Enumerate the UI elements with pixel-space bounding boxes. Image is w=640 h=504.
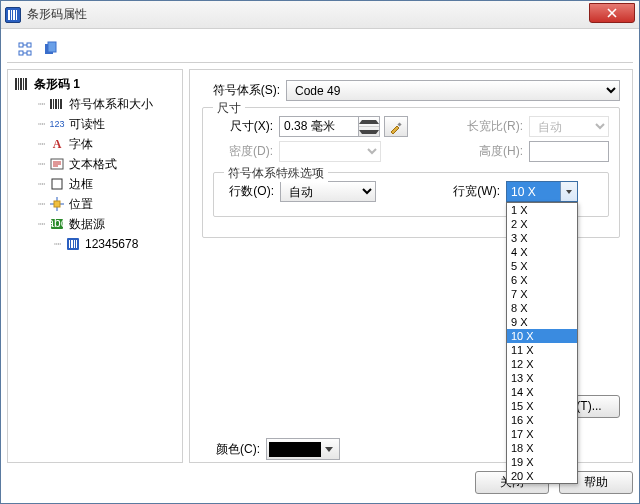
rowwidth-option[interactable]: 20 X <box>507 469 577 483</box>
rowwidth-option[interactable]: 13 X <box>507 371 577 385</box>
tree-data-value: 12345678 <box>85 237 138 251</box>
special-group: 符号体系特殊选项 行数(O): 自动 行宽(W): 10 X <box>213 172 609 217</box>
svg-rect-9 <box>27 51 31 55</box>
svg-rect-0 <box>8 10 10 20</box>
rowwidth-option[interactable]: 2 X <box>507 217 577 231</box>
rowwidth-label: 行宽(W): <box>442 183 506 200</box>
svg-rect-20 <box>53 99 54 109</box>
chevron-down-icon <box>325 447 333 452</box>
tree-item-label: 可读性 <box>69 116 105 133</box>
number-icon: 123 <box>49 116 65 132</box>
tree-item-label: 文本格式 <box>69 156 117 173</box>
svg-rect-38 <box>76 240 77 248</box>
size-spinner[interactable] <box>358 116 380 137</box>
datasource-icon: abc <box>49 216 65 232</box>
svg-rect-2 <box>13 10 15 20</box>
window-title: 条形码属性 <box>27 6 87 23</box>
size-group: 尺寸 尺寸(X): 长宽比(R): 自动 <box>202 107 620 238</box>
rowwidth-option[interactable]: 15 X <box>507 399 577 413</box>
dialog-body: 条形码 1 ┈ 符号体系和大小 ┈ 123 可读性 ┈ A 字体 <box>7 69 633 463</box>
position-icon <box>49 196 65 212</box>
height-label: 高度(H): <box>459 143 529 160</box>
rowwidth-option[interactable]: 19 X <box>507 455 577 469</box>
tree-item-symbology[interactable]: ┈ 符号体系和大小 <box>10 94 180 114</box>
svg-rect-18 <box>25 78 27 90</box>
tree-item-datasource[interactable]: ┈ abc 数据源 <box>10 214 180 234</box>
symbology-label: 符号体系(S): <box>202 82 286 99</box>
tree-root-label: 条形码 1 <box>34 76 80 93</box>
properties-panel: 符号体系(S): Code 49 尺寸 尺寸(X): <box>189 69 633 463</box>
rowwidth-option[interactable]: 8 X <box>507 301 577 315</box>
textformat-icon <box>49 156 65 172</box>
rowwidth-option[interactable]: 1 X <box>507 203 577 217</box>
size-label: 尺寸(X): <box>213 118 279 135</box>
svg-rect-6 <box>19 43 23 47</box>
rowwidth-option[interactable]: 9 X <box>507 315 577 329</box>
rowwidth-option[interactable]: 3 X <box>507 231 577 245</box>
rowwidth-option[interactable]: 12 X <box>507 357 577 371</box>
rowwidth-option[interactable]: 4 X <box>507 245 577 259</box>
rows-select[interactable]: 自动 <box>280 181 376 202</box>
tree-item-font[interactable]: ┈ A 字体 <box>10 134 180 154</box>
svg-rect-22 <box>58 99 59 109</box>
color-picker-button[interactable] <box>266 438 340 460</box>
svg-rect-8 <box>19 51 23 55</box>
close-window-button[interactable] <box>589 3 635 23</box>
rowwidth-option[interactable]: 5 X <box>507 259 577 273</box>
svg-rect-39 <box>397 122 401 126</box>
tree-item-border[interactable]: ┈ 边框 <box>10 174 180 194</box>
font-icon: A <box>49 136 65 152</box>
rowwidth-option[interactable]: 14 X <box>507 385 577 399</box>
symbology-select[interactable]: Code 49 <box>286 80 620 101</box>
rowwidth-dropdown[interactable]: 1 X2 X3 X4 X5 X6 X7 X8 X9 X10 X11 X12 X1… <box>506 202 578 484</box>
rowwidth-select[interactable]: 10 X <box>506 181 578 202</box>
rowwidth-option[interactable]: 10 X <box>507 329 577 343</box>
rowwidth-option[interactable]: 17 X <box>507 427 577 441</box>
ratio-select: 自动 <box>529 116 609 137</box>
svg-rect-35 <box>69 240 70 248</box>
tree-item-readability[interactable]: ┈ 123 可读性 <box>10 114 180 134</box>
rowwidth-option[interactable]: 7 X <box>507 287 577 301</box>
svg-rect-19 <box>50 99 52 109</box>
nav-tree[interactable]: 条形码 1 ┈ 符号体系和大小 ┈ 123 可读性 ┈ A 字体 <box>7 69 183 463</box>
size-input[interactable] <box>279 116 359 137</box>
rowwidth-option[interactable]: 11 X <box>507 343 577 357</box>
tree-item-label: 符号体系和大小 <box>69 96 153 113</box>
barcode-icon <box>14 76 30 92</box>
color-swatch <box>269 442 321 457</box>
toolbar-expand-icon[interactable] <box>15 39 35 59</box>
height-input <box>529 141 609 162</box>
app-icon <box>5 7 21 23</box>
titlebar: 条形码属性 <box>1 1 639 29</box>
rowwidth-option[interactable]: 6 X <box>507 273 577 287</box>
content-area: 条形码 1 ┈ 符号体系和大小 ┈ 123 可读性 ┈ A 字体 <box>1 29 639 503</box>
rowwidth-option[interactable]: 16 X <box>507 413 577 427</box>
color-label: 颜色(C): <box>202 441 266 458</box>
density-label: 密度(D): <box>213 143 279 160</box>
size-tool-icon[interactable] <box>384 116 408 137</box>
svg-rect-13 <box>48 42 56 52</box>
tree-item-label: 数据源 <box>69 216 105 233</box>
tree-item-label: 边框 <box>69 176 93 193</box>
special-group-legend: 符号体系特殊选项 <box>224 165 328 182</box>
tree-root[interactable]: 条形码 1 <box>10 74 180 94</box>
tree-item-label: 位置 <box>69 196 93 213</box>
tree-item-position[interactable]: ┈ 位置 <box>10 194 180 214</box>
toolbar-copy-icon[interactable] <box>41 39 61 59</box>
toolbar <box>7 35 633 63</box>
svg-rect-15 <box>18 78 19 90</box>
svg-rect-36 <box>71 240 73 248</box>
ratio-label: 长宽比(R): <box>459 118 529 135</box>
rowwidth-option[interactable]: 18 X <box>507 441 577 455</box>
size-group-legend: 尺寸 <box>213 100 245 117</box>
barcode-icon <box>49 96 65 112</box>
svg-rect-17 <box>23 78 24 90</box>
chevron-down-icon[interactable] <box>560 182 577 201</box>
dialog-window: 条形码属性 条形码 1 ┈ 符号 <box>0 0 640 504</box>
svg-rect-37 <box>74 240 75 248</box>
tree-item-textformat[interactable]: ┈ 文本格式 <box>10 154 180 174</box>
rowwidth-value: 10 X <box>507 182 560 201</box>
svg-rect-31 <box>54 201 60 207</box>
tree-item-datavalue[interactable]: ┈ 12345678 <box>10 234 180 254</box>
svg-rect-21 <box>55 99 57 109</box>
